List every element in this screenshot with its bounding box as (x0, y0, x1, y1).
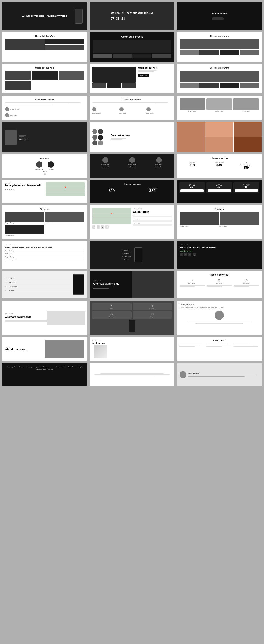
design-col-print: ✦ Print Design (180, 278, 205, 287)
app-icon-support: ✉ (134, 312, 171, 316)
read-more-btn[interactable]: Read more (138, 74, 149, 77)
price-box-corporate-amount: $4999 (235, 185, 258, 188)
work-title-2: Check out our work (93, 36, 171, 38)
social-icon-1[interactable]: f (92, 226, 95, 229)
testimonial-title-light: Tommy Rivers (180, 303, 259, 306)
blank-line-3 (108, 376, 156, 376)
reviewer-m-name-1: Adam Sandler (92, 112, 101, 114)
dark-stars-3: ★★★★☆ (146, 166, 172, 168)
inquiries-layout: CONTACT For any inquiries please email ★… (5, 182, 85, 196)
gallery-light-line-2 (5, 321, 53, 322)
main-grid: We Build Websites That Really Works. We … (2, 2, 262, 386)
app-center-phone (128, 320, 136, 332)
dark-social-1[interactable]: f (180, 253, 183, 256)
marketing-line-2 (234, 286, 249, 287)
profile-img-3 (233, 98, 259, 110)
pricing-cols-light: Newbies $29 Full experience $39 ✓ Collab… (180, 162, 259, 169)
phone-feature-marketing: ✦ Marketing (122, 252, 131, 255)
dark-social-3[interactable]: in (188, 253, 191, 256)
service-img-label-2: Art Direction (220, 225, 259, 227)
social-icon-3[interactable]: in (101, 226, 104, 229)
design-services-card: Design Services ✦ Print Design ⊞ Web Des… (177, 271, 262, 298)
print-lines (180, 285, 205, 287)
reviewer-2: Mike Stuart (5, 113, 84, 117)
tommy-bottom-name: Tommy Rivers (188, 372, 259, 374)
reviewer-name-2: Mike Stuart (10, 114, 17, 116)
hero-slide-3: Men in black (177, 2, 262, 30)
work-slide-5: Check out our work Read more (89, 64, 175, 93)
tools-title: We use unique, custom-built tools to giv… (5, 246, 84, 248)
service-label-art: Art Direction (45, 222, 85, 224)
price-box-team-btn[interactable] (208, 190, 231, 192)
team-dot-nav (5, 171, 84, 172)
print-line-2 (180, 286, 195, 287)
pricing-card-light: Choose your plan Newbies $29 Full experi… (177, 154, 262, 178)
star-5: ★ (13, 189, 15, 191)
faces-collage (177, 122, 262, 152)
work-thumb-5c (122, 84, 136, 88)
tommy-b-line-1 (188, 375, 255, 376)
work-img-grid-4 (5, 71, 84, 90)
profile-img-1 (180, 98, 205, 110)
team-avatar-5 (92, 140, 97, 146)
app-icon-design: ✦ (93, 304, 130, 307)
web-line-2 (207, 286, 222, 287)
app-item-ux: ⊞ UX System (133, 303, 172, 310)
about-img (45, 340, 84, 358)
inquiries-map-area: 📍 (46, 182, 85, 196)
social-icon-2[interactable]: t (97, 226, 100, 229)
score-col-3 (233, 343, 259, 347)
service-item-art: Art Direction (45, 212, 85, 224)
score-line-3c (233, 346, 258, 347)
about-title: About the brand (5, 348, 45, 352)
hero-slide-2: We Look At The World With Big Eye 27 33 … (89, 2, 175, 30)
price-box-corporate-btn[interactable] (235, 190, 258, 192)
gallery-alt-line-2 (93, 288, 109, 289)
service-list-items: ✦ Design ✦ Marketing ✦ UX System ✦ Suppo… (5, 276, 71, 293)
creative-title: Our creative team (111, 134, 130, 137)
reviews-title-1: Customers reviews (5, 98, 84, 100)
text-line-1 (138, 70, 157, 71)
gallery-alt-dark-title: Alternate gallery slide (93, 282, 119, 285)
services-title-light: Services (5, 208, 84, 210)
team-member-1: Amanda Lee (35, 161, 43, 170)
reviewer-m-avatar-1 (92, 107, 96, 111)
services-img-grid: Graphic Design Art Direction (180, 212, 259, 227)
get-in-touch-map-col: 📍 f t in g (92, 208, 131, 229)
gallery-alt-light-img (47, 311, 85, 325)
person-card-dark: Mike Stuart (2, 122, 87, 152)
profile-grid: MIKE STUART SAMANTA RICE TOMMY LEE (180, 98, 259, 112)
apps-img-gradient (94, 346, 107, 358)
score-line-1b (179, 345, 200, 346)
work-img-row-2 (93, 54, 171, 58)
apps-label: CONTACT (92, 340, 172, 341)
dark-social-2[interactable]: t (184, 253, 187, 256)
social-icon-4[interactable]: g (105, 226, 109, 229)
service-label-brand: Brand strategy (5, 234, 44, 236)
work-img-1a (5, 39, 45, 50)
phone-mockup-light (73, 274, 84, 295)
work-img-main-6 (180, 71, 259, 82)
score-col-2 (206, 343, 232, 347)
profile-name-2: SAMANTA RICE (206, 110, 232, 112)
dark-social-4[interactable]: g (193, 253, 196, 256)
testimonial-line-1 (188, 322, 251, 322)
tools-card: CONTACT We use unique, custom-built tool… (2, 241, 87, 268)
apps-title: Applications (92, 342, 172, 344)
inquiries-stars: ★ ★ ★ ★ ★ (5, 189, 44, 191)
price-box-personal-btn[interactable] (180, 190, 204, 192)
work-title-6: Check out our work (180, 67, 259, 69)
review-block-2 (92, 102, 172, 104)
service-list-marketing: ✦ Marketing (5, 280, 71, 284)
price-dark-newbies-amount: $29 (92, 189, 131, 193)
app-phone-center (92, 320, 172, 332)
face-2 (205, 122, 233, 137)
creative-team-card: Our creative team (89, 122, 175, 152)
service-img-art (45, 212, 85, 222)
print-line-1 (180, 285, 205, 286)
work-small-2c (133, 54, 152, 58)
team-nav-icons: ◀ ▶ (5, 173, 84, 175)
member-name-1: Amanda Lee (35, 168, 43, 170)
price-full-amount: $39 (206, 163, 232, 167)
work-title-3: Check out our work (180, 35, 259, 37)
